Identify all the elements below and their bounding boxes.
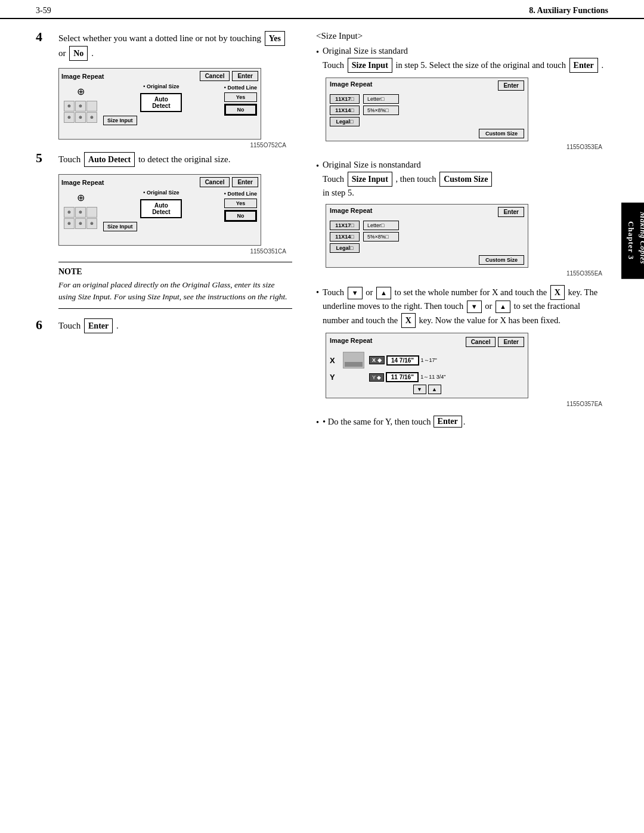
bullet1-period: . — [601, 60, 603, 70]
b1-size3[interactable]: Legal□ — [330, 117, 360, 126]
xy-y-range: 1～11 3/4" — [420, 373, 445, 381]
b3-touch: Touch — [323, 287, 344, 297]
xy-enter-btn[interactable]: Enter — [498, 337, 524, 347]
screen2-auto-detect[interactable]: Auto Detect — [140, 199, 182, 218]
side-tab: Chapter 3 Making Copies — [621, 203, 644, 279]
bullet1-enter-btn[interactable]: Enter — [569, 58, 598, 73]
b2-custom-btn[interactable]: Custom Size — [479, 255, 524, 265]
bullet3-xy-screen: Image Repeat Cancel Enter X X ◆ — [326, 333, 528, 398]
b1-title: Image Repeat — [330, 80, 373, 91]
screen1-left-panel: ⊕ ⊕ ⊕ ⊕ ⊕ ⊕ — [61, 83, 100, 137]
b1-size2[interactable]: 11X14□ — [330, 106, 360, 115]
bullet1-touch: Touch — [323, 60, 344, 70]
xy-y-row: Y Y ◆ 11 7/16" 1～11 3/4" — [330, 372, 524, 382]
screen1-right-panel: • Dotted Line Yes No — [223, 83, 258, 137]
step4-number: 4 — [36, 29, 52, 45]
bullet4-period: . — [463, 417, 466, 427]
b3-up2-btn[interactable]: ▲ — [496, 301, 510, 313]
xy-x-arrow-label[interactable]: X ◆ — [369, 356, 385, 364]
screen2-yes-btn[interactable]: Yes — [224, 199, 257, 208]
screen2-body: ⊕ ⊕ ⊕ ⊕ ⊕ ⊕ • Original Size Auto Detect — [61, 190, 258, 243]
b1-paper-row3: Legal□ — [330, 117, 524, 126]
b2-caption: 1155O355EA — [316, 270, 602, 277]
b3-down2-btn[interactable]: ▼ — [467, 301, 482, 313]
grid-cell-3 — [86, 101, 97, 112]
b1-label1: Letter□ — [363, 94, 399, 104]
screen2-cancel-btn[interactable]: Cancel — [200, 177, 230, 187]
page-container: 3-59 8. Auxiliary Functions Chapter 3 Ma… — [0, 0, 644, 833]
bullet3-section: • Touch ▼ or ▲ to set the whole number f… — [316, 285, 608, 407]
bullet2-custom-btn[interactable]: Custom Size — [439, 172, 492, 187]
bullet2-section: • Original Size is nonstandard Touch Siz… — [316, 159, 608, 277]
screen1-enter-btn[interactable]: Enter — [232, 71, 258, 81]
xy-down-btn[interactable]: ▼ — [413, 385, 426, 394]
b1-paper-row2: 11X14□ 5⅝×8⅝□ — [330, 106, 524, 115]
side-tab-making: Making Copies — [638, 212, 644, 264]
screen2-titlebar: Image Repeat Cancel Enter — [61, 177, 258, 187]
xy-x-label: X — [330, 356, 338, 365]
b2-size1[interactable]: 11X17□ — [330, 221, 360, 230]
content-area: 4 Select whether you want a dotted line … — [0, 19, 644, 439]
xy-thumb-icon — [343, 352, 364, 368]
bullet4-dot: • — [316, 417, 319, 428]
note-title: NOTE — [58, 267, 292, 277]
bullet1-text: Original Size is standard Touch Size Inp… — [323, 45, 608, 73]
b2-size3[interactable]: Legal□ — [330, 243, 360, 253]
b1-size1[interactable]: 11X17□ — [330, 94, 360, 104]
xy-y-value: 11 7/16" — [386, 372, 419, 382]
screen1-yes-btn[interactable]: Yes — [224, 92, 257, 102]
screen2-size-input-btn[interactable]: Size Input — [103, 222, 137, 231]
screen2-right-panel: • Dotted Line Yes No — [223, 190, 258, 243]
screen1-auto-detect[interactable]: Auto Detect — [140, 93, 182, 112]
b2-enter-btn[interactable]: Enter — [498, 207, 524, 217]
xy-arrow-btns: ▼ ▲ — [330, 385, 524, 394]
screen1-icon-grid: ⊕ ⊕ ⊕ ⊕ ⊕ — [64, 101, 97, 134]
step4-text: Select whether you want a dotted line or… — [58, 31, 292, 61]
bullet1-section: • Original Size is standard Touch Size I… — [316, 45, 608, 150]
step5-number: 5 — [36, 150, 52, 166]
step5-auto-detect-btn[interactable]: Auto Detect — [84, 152, 135, 167]
bullet2-in-step: in step 5. — [323, 188, 354, 197]
bullet4-text: • Do the same for Y, then touch — [323, 417, 431, 427]
xy-y-arrow-label[interactable]: Y ◆ — [369, 373, 384, 382]
bullet2-original-size: Original Size is nonstandard — [323, 160, 421, 169]
bullet4-enter-btn[interactable]: Enter — [434, 416, 462, 428]
b1-paper-row1: 11X17□ Letter□ — [330, 94, 524, 104]
xy-titlebar: Image Repeat Cancel Enter — [330, 337, 524, 347]
b1-enter-btn[interactable]: Enter — [498, 80, 524, 91]
bullet1-size-input-btn[interactable]: Size Input — [348, 58, 392, 73]
b3-up-btn[interactable]: ▲ — [376, 287, 391, 299]
b1-paper-options: 11X17□ Letter□ 11X14□ 5⅝×8⅝□ Legal□ — [330, 94, 524, 126]
b3-down-btn[interactable]: ▼ — [348, 287, 363, 299]
bullet4-section: • • Do the same for Y, then touch Enter … — [316, 416, 608, 428]
step4-no-inline[interactable]: No — [69, 46, 88, 61]
screen1-size-input-btn[interactable]: Size Input — [103, 116, 137, 125]
screen1-no-btn[interactable]: No — [224, 104, 257, 116]
b1-custom-btn[interactable]: Custom Size — [479, 129, 524, 138]
b2-paper-options: 11X17□ Letter□ 11X14□ 5⅝×8⅝□ Legal□ — [330, 221, 524, 253]
b3-x-key2[interactable]: X — [401, 313, 416, 328]
xy-up-btn[interactable]: ▲ — [428, 385, 441, 394]
b2-size2[interactable]: 11X14□ — [330, 232, 360, 241]
grid-cell-4: ⊕ — [64, 112, 75, 123]
screen1-cancel-btn[interactable]: Cancel — [200, 71, 230, 81]
screen2-size-input-row: Size Input — [103, 222, 219, 231]
b3-desc1: to set the whole number for X and touch … — [394, 287, 547, 297]
screen2-enter-btn[interactable]: Enter — [232, 177, 258, 187]
b2-custom-row: Custom Size — [330, 255, 524, 265]
xy-btns: Cancel Enter — [466, 337, 524, 347]
step4-yes-inline[interactable]: Yes — [265, 31, 285, 46]
step5-touch-text: Touch — [58, 154, 80, 164]
screen2-no-btn[interactable]: No — [224, 210, 257, 222]
s2-grid-cell-4: ⊕ — [64, 218, 75, 229]
screen2-dotted-label: • Dotted Line — [224, 191, 257, 197]
b3-x-key[interactable]: X — [550, 285, 565, 300]
xy-cancel-btn[interactable]: Cancel — [466, 337, 496, 347]
screen2-center-panel: • Original Size Auto Detect Size Input — [103, 190, 219, 243]
bullet2-size-input-btn[interactable]: Size Input — [348, 172, 392, 187]
step6-enter-btn[interactable]: Enter — [84, 318, 113, 333]
step5-screen: Image Repeat Cancel Enter ⊕ ⊕ ⊕ ⊕ — [58, 174, 261, 246]
step4-text-prefix: Select whether you want a dotted line or… — [58, 33, 261, 43]
b2-paper-row1: 11X17□ Letter□ — [330, 221, 524, 230]
grid-cell-6: ⊕ — [86, 112, 97, 123]
